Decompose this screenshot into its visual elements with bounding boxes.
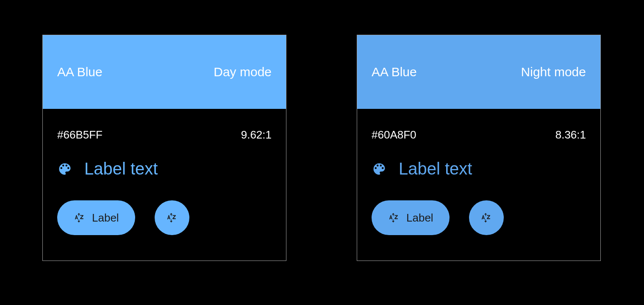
- sort-label-button[interactable]: Label: [372, 200, 450, 235]
- label-text: Label text: [399, 159, 472, 178]
- label-row: Label text: [372, 159, 586, 178]
- palette-icon: [57, 161, 72, 177]
- sort-round-button[interactable]: [469, 200, 504, 235]
- color-card-day: AA Blue Day mode #66B5FF 9.62:1 Label te…: [42, 35, 286, 261]
- contrast-ratio: 8.36:1: [555, 128, 586, 141]
- sort-label-button[interactable]: Label: [57, 200, 135, 235]
- label-row: Label text: [57, 159, 272, 178]
- pill-label: Label: [92, 211, 119, 225]
- sort-az-icon: [73, 211, 86, 224]
- button-row: Label: [372, 200, 586, 235]
- label-text: Label text: [84, 159, 158, 178]
- meta-row: #66B5FF 9.62:1: [57, 128, 272, 141]
- sort-az-icon: [480, 211, 493, 224]
- meta-row: #60A8F0 8.36:1: [372, 128, 586, 141]
- sort-az-icon: [388, 211, 400, 224]
- card-title: AA Blue: [372, 65, 417, 79]
- card-title: AA Blue: [57, 65, 103, 79]
- card-mode: Night mode: [521, 65, 586, 79]
- sort-round-button[interactable]: [155, 200, 189, 235]
- card-mode: Day mode: [214, 65, 272, 79]
- pill-label: Label: [406, 211, 433, 225]
- palette-icon: [372, 161, 387, 177]
- button-row: Label: [57, 200, 272, 235]
- hex-value: #66B5FF: [57, 128, 103, 141]
- color-card-night: AA Blue Night mode #60A8F0 8.36:1 Label …: [357, 35, 601, 261]
- contrast-ratio: 9.62:1: [241, 128, 272, 141]
- hex-value: #60A8F0: [372, 128, 416, 141]
- card-header: AA Blue Day mode: [43, 35, 286, 109]
- sort-az-icon: [166, 211, 178, 224]
- card-header: AA Blue Night mode: [357, 35, 600, 109]
